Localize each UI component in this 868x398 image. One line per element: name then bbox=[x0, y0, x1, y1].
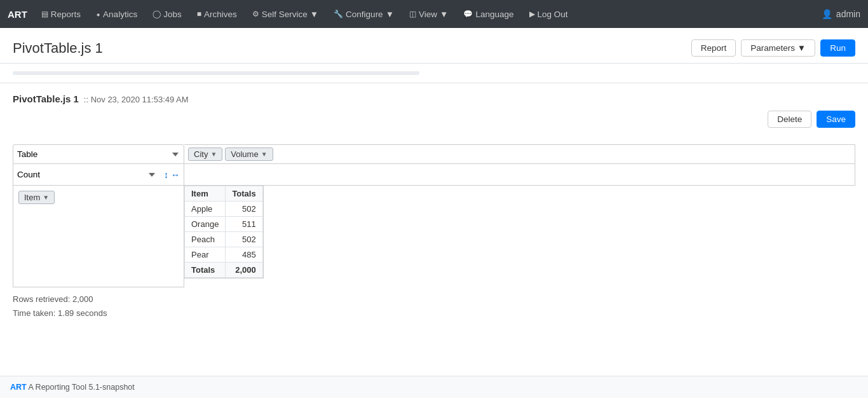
row-tag-item-label: Item bbox=[24, 193, 40, 202]
col-tag-volume-label: Volume bbox=[231, 149, 258, 159]
jobs-icon: ◯ bbox=[153, 10, 161, 18]
cell-totals: 511 bbox=[226, 217, 262, 232]
report-timestamp: :: Nov 23, 2020 11:53:49 AM bbox=[84, 95, 189, 104]
action-row: Delete Save bbox=[13, 111, 855, 134]
configure-dropdown-icon: ▼ bbox=[386, 10, 394, 19]
view-icon: ◫ bbox=[409, 10, 416, 18]
nav-item-jobs[interactable]: ◯ Jobs bbox=[146, 6, 188, 23]
self-service-dropdown-icon: ▼ bbox=[310, 10, 318, 19]
col-header-item: Item bbox=[185, 186, 226, 202]
navbar-right: 👤 admin bbox=[822, 9, 860, 19]
pivot-body-row: Item ▼ Item Totals Apple502Orange511Peac… bbox=[13, 186, 855, 287]
cell-totals-label: Totals bbox=[185, 263, 226, 278]
report-button[interactable]: Report bbox=[691, 39, 736, 57]
nav-item-reports[interactable]: ▤ Reports bbox=[35, 6, 87, 23]
nav-label-archives: Archives bbox=[204, 10, 237, 19]
nav-label-reports: Reports bbox=[51, 10, 81, 19]
col-tag-city-arrow: ▼ bbox=[210, 151, 217, 158]
col-tag-city-label: City bbox=[194, 149, 208, 159]
cell-item: Pear bbox=[185, 247, 226, 263]
nav-label-language: Language bbox=[475, 10, 513, 19]
archives-icon: ■ bbox=[197, 10, 201, 18]
header-buttons: Report Parameters ▼ Run bbox=[691, 39, 855, 57]
report-header: PivotTable.js 1 :: Nov 23, 2020 11:53:49… bbox=[13, 93, 855, 104]
reports-icon: ▤ bbox=[41, 10, 48, 18]
aggregator-select[interactable]: CountCount Unique ValuesList Unique Valu… bbox=[13, 167, 160, 182]
scroll-area bbox=[0, 64, 868, 83]
nav-item-configure[interactable]: 🔧 Configure ▼ bbox=[327, 6, 400, 23]
col-header-totals: Totals bbox=[226, 186, 262, 202]
cell-totals-value: 2,000 bbox=[226, 263, 262, 278]
parameters-dropdown-icon: ▼ bbox=[797, 43, 806, 53]
report-section: PivotTable.js 1 :: Nov 23, 2020 11:53:49… bbox=[0, 83, 868, 331]
page-title: PivotTable.js 1 bbox=[13, 40, 103, 57]
nav-item-logout[interactable]: ▶ Log Out bbox=[523, 6, 574, 23]
sort-horizontal-icon[interactable]: ↔ bbox=[171, 170, 180, 180]
nav-label-analytics: Analytics bbox=[103, 10, 137, 19]
parameters-button[interactable]: Parameters ▼ bbox=[741, 39, 815, 57]
logout-icon: ▶ bbox=[529, 10, 535, 18]
nav-item-analytics[interactable]: ⬥ Analytics bbox=[90, 6, 144, 23]
configure-icon: 🔧 bbox=[334, 10, 343, 18]
run-button[interactable]: Run bbox=[820, 39, 855, 57]
cell-item: Orange bbox=[185, 217, 226, 232]
pivot-rows-area: Item ▼ bbox=[13, 186, 184, 287]
time-taken: Time taken: 1.89 seconds bbox=[13, 306, 855, 320]
nav-label-view: View bbox=[419, 10, 437, 19]
cell-totals: 502 bbox=[226, 232, 262, 247]
nav-item-self-service[interactable]: ⚙ Self Service ▼ bbox=[246, 6, 325, 23]
sort-vertical-icon[interactable]: ↕ bbox=[164, 170, 168, 180]
renderer-select[interactable]: TableTable BarchartHeatmapRow HeatmapCol… bbox=[13, 144, 184, 164]
brand: ART bbox=[8, 9, 27, 20]
rows-retrieved: Rows retrieved: 2,000 bbox=[13, 292, 855, 306]
cell-totals: 502 bbox=[226, 202, 262, 217]
pivot-cols-empty bbox=[184, 164, 855, 186]
pivot-agg-row: CountCount Unique ValuesList Unique Valu… bbox=[13, 164, 184, 186]
row-tag-item-arrow: ▼ bbox=[43, 194, 49, 201]
row-tag-item[interactable]: Item ▼ bbox=[18, 191, 55, 204]
nav-label-self-service: Self Service bbox=[262, 10, 308, 19]
analytics-icon: ⬥ bbox=[96, 10, 100, 18]
agg-icons: ↕ ↔ bbox=[160, 170, 184, 180]
nav-item-archives[interactable]: ■ Archives bbox=[191, 6, 243, 23]
navbar: ART ▤ Reports ⬥ Analytics ◯ Jobs ■ Archi… bbox=[0, 0, 868, 28]
scroll-track[interactable] bbox=[13, 71, 419, 75]
pivot-data-table: Item Totals Apple502Orange511Peach502Pea… bbox=[184, 186, 263, 278]
col-tag-city[interactable]: City ▼ bbox=[188, 148, 222, 161]
table-totals-row: Totals2,000 bbox=[185, 263, 263, 278]
stats-area: Rows retrieved: 2,000 Time taken: 1.89 s… bbox=[13, 292, 855, 320]
pivot-top-row: TableTable BarchartHeatmapRow HeatmapCol… bbox=[13, 144, 855, 164]
nav-label-configure: Configure bbox=[346, 10, 383, 19]
nav-item-view[interactable]: ◫ View ▼ bbox=[403, 6, 454, 23]
cell-totals: 485 bbox=[226, 247, 262, 263]
cell-item: Apple bbox=[185, 202, 226, 217]
pivot-area: TableTable BarchartHeatmapRow HeatmapCol… bbox=[13, 144, 855, 287]
nav-label-jobs: Jobs bbox=[163, 10, 182, 19]
pivot-second-row: CountCount Unique ValuesList Unique Valu… bbox=[13, 164, 855, 186]
cell-item: Peach bbox=[185, 232, 226, 247]
view-dropdown-icon: ▼ bbox=[440, 10, 448, 19]
report-name: PivotTable.js 1 bbox=[13, 93, 79, 104]
language-icon: 💬 bbox=[463, 10, 473, 18]
delete-button[interactable]: Delete bbox=[768, 111, 811, 128]
table-row: Orange511 bbox=[185, 217, 263, 232]
nav-item-language[interactable]: 💬 Language bbox=[457, 6, 520, 23]
user-icon: 👤 bbox=[822, 9, 832, 19]
table-row: Apple502 bbox=[185, 202, 263, 217]
table-row: Pear485 bbox=[185, 247, 263, 263]
data-table-wrapper: Item Totals Apple502Orange511Peach502Pea… bbox=[184, 186, 264, 278]
self-service-icon: ⚙ bbox=[252, 10, 259, 18]
col-tag-volume[interactable]: Volume ▼ bbox=[225, 148, 273, 161]
col-tag-volume-arrow: ▼ bbox=[261, 151, 268, 158]
table-header-row: Item Totals bbox=[185, 186, 263, 202]
pivot-cols-area: City ▼ Volume ▼ bbox=[184, 144, 855, 164]
nav-label-logout: Log Out bbox=[538, 10, 568, 19]
page-header: PivotTable.js 1 Report Parameters ▼ Run bbox=[0, 28, 868, 64]
table-row: Peach502 bbox=[185, 232, 263, 247]
save-button[interactable]: Save bbox=[817, 111, 855, 128]
username: admin bbox=[836, 9, 860, 19]
